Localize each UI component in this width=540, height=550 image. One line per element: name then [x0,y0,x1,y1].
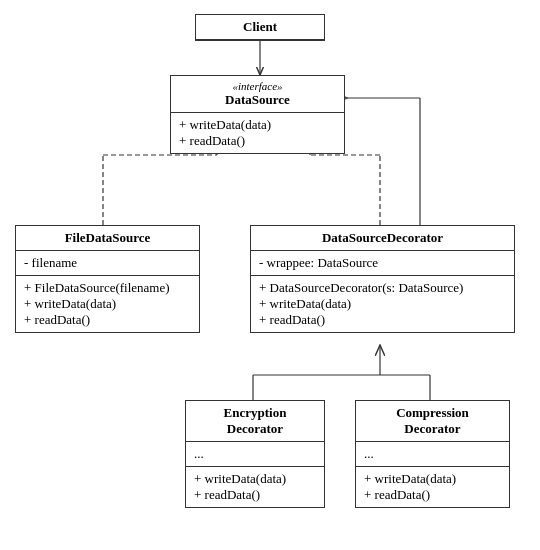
filedatasource-methods: + FileDataSource(filename) + writeData(d… [16,276,199,332]
compressiondecorator-method-2: + readData() [364,487,501,503]
encryptiondecorator-field-1: ... [194,446,316,462]
encryptiondecorator-title: Encryption Decorator [194,405,316,437]
datasource-method-2: + readData() [179,133,336,149]
encryptiondecorator-box: Encryption Decorator ... + writeData(dat… [185,400,325,508]
filedatasource-method-1: + FileDataSource(filename) [24,280,191,296]
datasourcedecorator-method-3: + readData() [259,312,506,328]
datasourcedecorator-fields: - wrappee: DataSource [251,251,514,276]
datasourcedecorator-method-1: + DataSourceDecorator(s: DataSource) [259,280,506,296]
filedatasource-fields: - filename [16,251,199,276]
encryptiondecorator-method-1: + writeData(data) [194,471,316,487]
client-box: Client [195,14,325,41]
datasourcedecorator-methods: + DataSourceDecorator(s: DataSource) + w… [251,276,514,332]
datasource-title: DataSource [179,92,336,108]
compressiondecorator-box: Compression Decorator ... + writeData(da… [355,400,510,508]
datasource-stereotype: «interface» [179,80,336,92]
compressiondecorator-field-1: ... [364,446,501,462]
uml-diagram: Client «interface» DataSource + writeDat… [0,0,540,550]
compressiondecorator-fields: ... [356,442,509,467]
datasource-box: «interface» DataSource + writeData(data)… [170,75,345,154]
datasourcedecorator-field-1: - wrappee: DataSource [259,255,506,271]
filedatasource-box: FileDataSource - filename + FileDataSour… [15,225,200,333]
encryptiondecorator-methods: + writeData(data) + readData() [186,467,324,507]
datasourcedecorator-title: DataSourceDecorator [259,230,506,246]
compressiondecorator-title: Compression Decorator [364,405,501,437]
client-title: Client [204,19,316,35]
filedatasource-title: FileDataSource [24,230,191,246]
datasourcedecorator-method-2: + writeData(data) [259,296,506,312]
datasource-methods: + writeData(data) + readData() [171,113,344,153]
datasourcedecorator-box: DataSourceDecorator - wrappee: DataSourc… [250,225,515,333]
compressiondecorator-methods: + writeData(data) + readData() [356,467,509,507]
filedatasource-method-3: + readData() [24,312,191,328]
datasource-method-1: + writeData(data) [179,117,336,133]
filedatasource-field-1: - filename [24,255,191,271]
encryptiondecorator-fields: ... [186,442,324,467]
compressiondecorator-method-1: + writeData(data) [364,471,501,487]
filedatasource-method-2: + writeData(data) [24,296,191,312]
encryptiondecorator-method-2: + readData() [194,487,316,503]
